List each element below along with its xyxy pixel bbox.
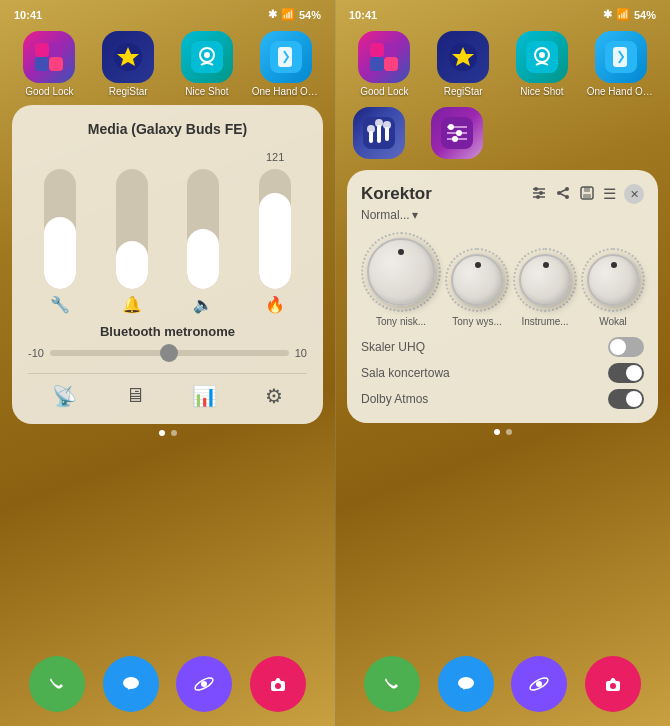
knob-wokal-inner[interactable] [587, 254, 639, 306]
toggle-skaler-switch[interactable] [608, 337, 644, 357]
app-registar-left[interactable]: RegiStar [94, 31, 162, 97]
svg-point-13 [123, 677, 139, 689]
left-app-row: Good Lock RegiStar Nice Shot [0, 25, 335, 101]
slider-track-1[interactable] [44, 169, 76, 289]
knob-dot-tony-wys [475, 262, 481, 268]
h-slider-track[interactable] [50, 350, 289, 356]
media-panel-title: Media (Galaxy Buds FE) [28, 121, 307, 137]
right-app-row-2 [335, 101, 670, 166]
svg-rect-3 [49, 57, 63, 71]
footer-icon-wifi[interactable]: 📡 [52, 384, 77, 408]
bluetooth-label: Bluetooth metronome [28, 324, 307, 339]
dock-messages-right[interactable] [438, 656, 494, 712]
app-niceshot-left[interactable]: Nice Shot [173, 31, 241, 97]
right-dot-1 [494, 429, 500, 435]
slider-fill-3 [187, 229, 219, 289]
app-onehand-right[interactable]: One Hand Ope... [587, 31, 655, 97]
korektor-share-btn[interactable] [555, 185, 571, 204]
slider-icon-speaker: 🔈 [193, 295, 213, 314]
app-niceshot-right[interactable]: Nice Shot [508, 31, 576, 97]
svg-point-38 [383, 121, 391, 129]
korektor-close-btn[interactable]: ✕ [624, 184, 644, 204]
left-screen: 10:41 ✱ 📶 54% Good Lock [0, 0, 335, 726]
wifi-icon: 📶 [281, 8, 295, 21]
onehand-label-left: One Hand Ope... [252, 86, 320, 97]
media-panel: Media (Galaxy Buds FE) 🔧 🔔 [12, 105, 323, 424]
onehand-label-right: One Hand Ope... [587, 86, 655, 97]
app-goodlock-left[interactable]: Good Lock [15, 31, 83, 97]
dock-phone-right[interactable] [364, 656, 420, 712]
korektor-panel: Korektor ☰ ✕ Normal... ▾ [347, 170, 658, 423]
knob-tony-nisk-inner[interactable] [367, 238, 435, 306]
svg-line-55 [559, 189, 567, 193]
right-status-right: ✱ 📶 54% [603, 8, 656, 21]
toggle-dolby-switch[interactable] [608, 389, 644, 409]
h-slider-min: -10 [28, 347, 44, 359]
right-screen: 10:41 ✱ 📶 54% Good Lock [335, 0, 670, 726]
slider-track-2[interactable] [116, 169, 148, 289]
app-goodlock-right[interactable]: Good Lock [350, 31, 418, 97]
dock-camera-left[interactable] [250, 656, 306, 712]
toggle-skaler: Skaler UHQ [361, 337, 644, 357]
footer-icon-settings[interactable]: ⚙ [265, 384, 283, 408]
knob-tony-wys-inner[interactable] [451, 254, 503, 306]
korektor-eq-btn[interactable] [531, 185, 547, 204]
footer-icon-chart[interactable]: 📊 [192, 384, 217, 408]
left-page-dots [0, 430, 335, 436]
korektor-save-btn[interactable] [579, 185, 595, 204]
svg-rect-59 [583, 194, 591, 198]
slider-track-3[interactable] [187, 169, 219, 289]
toggle-sala-switch[interactable] [608, 363, 644, 383]
app-onehand-left[interactable]: One Hand Ope... [252, 31, 320, 97]
dock-camera-right[interactable] [585, 656, 641, 712]
dock-galaxy-left[interactable] [176, 656, 232, 712]
onehand-icon-right [595, 31, 647, 83]
left-battery: 54% [299, 9, 321, 21]
slider-fill-4 [259, 193, 291, 289]
dock-messages-left[interactable] [103, 656, 159, 712]
right-battery: 54% [634, 9, 656, 21]
right-dot-2 [506, 429, 512, 435]
dock-phone-left[interactable] [29, 656, 85, 712]
knob-instrume-inner[interactable] [519, 254, 571, 306]
knob-ring-tony-nisk[interactable] [361, 232, 441, 312]
left-dot-2 [171, 430, 177, 436]
korektor-preset[interactable]: Normal... ▾ [361, 208, 644, 222]
knob-ring-wokal[interactable] [581, 248, 645, 312]
toggle-dolby: Dolby Atmos [361, 389, 644, 409]
slider-icon-fire: 🔥 [265, 295, 285, 314]
knob-ring-tony-wys[interactable] [445, 248, 509, 312]
knob-ring-instrume[interactable] [513, 248, 577, 312]
svg-point-8 [204, 52, 210, 58]
svg-rect-0 [35, 43, 49, 57]
app-registar-right[interactable]: RegiStar [429, 31, 497, 97]
svg-point-65 [536, 681, 542, 687]
h-slider-max: 10 [295, 347, 307, 359]
knobs-row: Tony nisk... Tony wys... Instrume... [361, 232, 644, 327]
svg-rect-31 [613, 47, 627, 67]
h-slider-thumb [160, 344, 178, 362]
left-status-right: ✱ 📶 54% [268, 8, 321, 21]
volume-sliders: 🔧 🔔 🔈 121 [28, 151, 307, 314]
korektor-actions: ☰ ✕ [531, 184, 644, 204]
knob-wokal: Wokal [581, 248, 645, 327]
dock-galaxy-right[interactable] [511, 656, 567, 712]
footer-icon-monitor[interactable]: 🖥 [125, 384, 145, 408]
app-eq2[interactable] [423, 107, 491, 162]
onehand-icon-left [260, 31, 312, 83]
svg-point-49 [534, 187, 538, 191]
eq1-icon [353, 107, 405, 159]
registar-icon-left [102, 31, 154, 83]
korektor-menu-btn[interactable]: ☰ [603, 185, 616, 203]
slider-track-4[interactable] [259, 169, 291, 289]
svg-rect-23 [370, 57, 384, 71]
slider-fill-1 [44, 217, 76, 289]
svg-rect-2 [35, 57, 49, 71]
svg-rect-22 [384, 43, 398, 57]
svg-rect-35 [385, 127, 389, 141]
svg-rect-10 [278, 47, 292, 67]
left-time: 10:41 [14, 9, 42, 21]
app-eq1[interactable] [345, 107, 413, 162]
knob-dot-tony-nisk [398, 249, 404, 255]
niceshot-label-left: Nice Shot [173, 86, 241, 97]
